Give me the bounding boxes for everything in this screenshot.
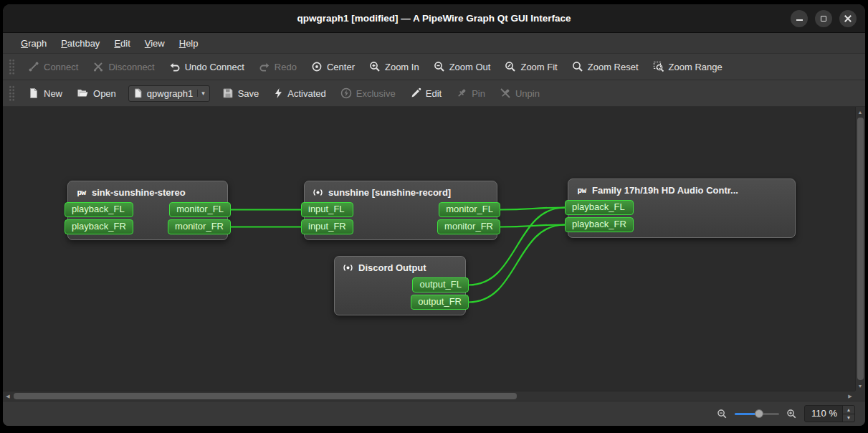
unpin-button[interactable]: Unpin [493, 84, 546, 103]
zoom-range-icon [653, 61, 664, 72]
port[interactable]: playback_FL [65, 202, 133, 217]
zoom-fit-label: Zoom Fit [520, 62, 557, 72]
node-header[interactable]: sunshine [sunshine-record] [305, 184, 497, 202]
save-button[interactable]: Save [216, 84, 266, 103]
input-ports: input_FL input_FR [305, 202, 353, 234]
zoom-reset-button[interactable]: Zoom Reset [566, 57, 645, 76]
port[interactable]: playback_FR [565, 217, 634, 232]
redo-button[interactable]: Redo [252, 57, 303, 76]
disconnect-label: Disconnect [108, 62, 154, 72]
port[interactable]: input_FL [301, 202, 353, 217]
window-controls [791, 4, 857, 32]
connect-button[interactable]: Connect [22, 57, 85, 76]
zoom-slider[interactable] [735, 408, 779, 419]
combo-dropdown-icon[interactable]: ▾ [197, 90, 205, 97]
close-button[interactable] [839, 10, 857, 27]
zoom-out-icon [434, 61, 445, 72]
graph-node[interactable]: Discord Output output_FL output_FR [334, 256, 466, 315]
port[interactable]: monitor_FR [437, 219, 500, 234]
session-file-icon [133, 88, 143, 98]
horizontal-scrollbar[interactable]: ◀ ▶ [3, 391, 855, 401]
zoom-out-mini-icon[interactable] [717, 409, 728, 419]
node-header[interactable]: Discord Output [335, 260, 465, 277]
new-button[interactable]: New [22, 84, 69, 103]
maximize-button[interactable] [815, 10, 832, 27]
zoom-in-icon [369, 61, 381, 72]
graph-node[interactable]: sink-sunshine-stereo playback_FL playbac… [67, 181, 228, 240]
node-header[interactable]: sink-sunshine-stereo [68, 184, 227, 202]
zoom-spinbox[interactable]: 110 % ▲ ▼ [804, 405, 855, 422]
exclusive-button[interactable]: Exclusive [334, 84, 402, 103]
menu-view[interactable]: View [138, 35, 171, 52]
pin-label: Pin [472, 88, 485, 99]
activated-label: Activated [287, 88, 325, 99]
undo-label: Undo Connect [185, 62, 244, 72]
menu-help[interactable]: Help [173, 35, 205, 52]
vertical-scroll-thumb[interactable] [857, 118, 864, 380]
node-title: Discord Output [358, 262, 426, 273]
session-combobox[interactable]: qpwgraph1 ▾ [128, 85, 210, 102]
port[interactable]: monitor_FR [168, 219, 231, 234]
pipewire-icon [576, 184, 588, 196]
pin-button[interactable]: Pin [449, 84, 492, 103]
zoom-fit-button[interactable]: Zoom Fit [498, 57, 563, 76]
horizontal-scroll-thumb[interactable] [14, 393, 517, 399]
graph-canvas[interactable]: sink-sunshine-stereo playback_FL playbac… [3, 107, 855, 391]
minimize-button[interactable] [791, 10, 808, 27]
canvas-area: sink-sunshine-stereo playback_FL playbac… [3, 107, 865, 401]
menu-edit[interactable]: Edit [108, 35, 136, 52]
unpin-icon [500, 87, 511, 99]
graph-node[interactable]: Family 17h/19h HD Audio Contr... playbac… [568, 179, 796, 238]
scroll-left-icon[interactable]: ◀ [3, 391, 13, 401]
menu-patchbay[interactable]: Patchbay [54, 35, 106, 52]
title-bar[interactable]: qpwgraph1 [modified] — A PipeWire Graph … [3, 4, 865, 33]
center-icon [311, 61, 323, 72]
zoom-in-label: Zoom In [385, 62, 419, 72]
exclusive-label: Exclusive [356, 88, 396, 99]
node-ports: output_FL output_FR [335, 277, 465, 310]
graph-node[interactable]: sunshine [sunshine-record] input_FL inpu… [304, 181, 497, 240]
node-title: sunshine [sunshine-record] [328, 187, 451, 198]
activated-button[interactable]: Activated [267, 84, 332, 103]
edit-icon [410, 87, 421, 99]
port[interactable]: playback_FR [65, 219, 133, 234]
zoom-out-button[interactable]: Zoom Out [427, 57, 497, 76]
new-label: New [44, 88, 62, 99]
vertical-scrollbar[interactable]: ▲ ▼ [855, 107, 865, 391]
scroll-up-icon[interactable]: ▲ [855, 107, 865, 117]
open-label: Open [93, 88, 116, 99]
zoom-in-mini-icon[interactable] [786, 409, 797, 419]
spin-down-icon[interactable]: ▼ [843, 414, 854, 422]
port[interactable]: output_FR [411, 295, 469, 310]
status-bar: 110 % ▲ ▼ [3, 401, 865, 426]
maximize-icon [821, 16, 826, 22]
activated-icon [273, 87, 283, 99]
node-title: sink-sunshine-stereo [92, 187, 186, 198]
unpin-label: Unpin [515, 88, 540, 99]
toolbar-handle[interactable] [9, 85, 15, 101]
port[interactable]: output_FL [412, 277, 469, 292]
center-button[interactable]: Center [305, 57, 361, 76]
port[interactable]: playback_FL [565, 200, 634, 215]
menu-graph[interactable]: Graph [14, 35, 53, 52]
zoom-value[interactable]: 110 % [805, 406, 842, 422]
zoom-slider-handle[interactable] [755, 409, 763, 418]
edit-button[interactable]: Edit [404, 84, 448, 103]
zoom-reset-icon [572, 61, 583, 72]
zoom-range-button[interactable]: Zoom Range [647, 57, 729, 76]
scroll-right-icon[interactable]: ▶ [845, 391, 855, 401]
node-header[interactable]: Family 17h/19h HD Audio Contr... [568, 182, 795, 200]
scroll-down-icon[interactable]: ▼ [855, 381, 865, 391]
toolbar-handle[interactable] [9, 59, 15, 75]
open-button[interactable]: Open [70, 84, 123, 103]
node-ports: playback_FL playback_FR [568, 200, 795, 232]
node-ports: input_FL input_FR monitor_FL monitor_FR [305, 202, 497, 234]
undo-connect-button[interactable]: Undo Connect [163, 57, 251, 76]
port[interactable]: input_FR [301, 219, 353, 234]
disconnect-button[interactable]: Disconnect [86, 57, 161, 76]
window-title: qpwgraph1 [modified] — A PipeWire Graph … [297, 13, 571, 24]
spin-up-icon[interactable]: ▲ [843, 406, 854, 414]
port[interactable]: monitor_FL [439, 202, 500, 217]
zoom-in-button[interactable]: Zoom In [363, 57, 426, 76]
port[interactable]: monitor_FL [169, 202, 231, 217]
